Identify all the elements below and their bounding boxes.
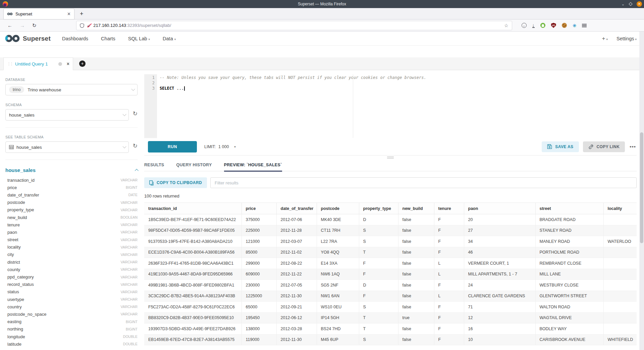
nav-charts[interactable]: Charts — [101, 36, 115, 41]
pocket-icon[interactable]: ⌄ — [522, 23, 527, 28]
column-list-item: new_build BOOLEAN — [5, 214, 138, 221]
window-menu-chevron-icon[interactable]: ⌄ — [622, 2, 625, 6]
new-tab-icon[interactable]: + — [80, 10, 84, 17]
column-name: new_build — [7, 215, 27, 220]
column-header[interactable]: tenure — [434, 203, 464, 214]
copy-to-clipboard-button[interactable]: COPY TO CLIPBOARD — [144, 177, 207, 188]
column-type: VARCHAR — [120, 312, 138, 316]
nav-data[interactable]: Data▾ — [163, 36, 176, 41]
cell-paon: 20 — [464, 214, 535, 225]
drag-handle-icon[interactable]: ⋮⋮ — [7, 62, 12, 66]
refresh-table-icon[interactable]: ↻ — [133, 142, 138, 149]
nav-dashboards[interactable]: Dashboards — [62, 36, 88, 41]
download-icon[interactable]: ↓ — [532, 23, 535, 28]
column-type: VARCHAR — [120, 223, 138, 227]
extension-cookie-icon[interactable] — [562, 23, 567, 28]
column-header[interactable]: street — [535, 203, 603, 214]
cell-street: MILL LANE — [535, 269, 603, 280]
back-icon[interactable]: ← — [7, 23, 12, 29]
refresh-schema-icon[interactable]: ↻ — [133, 110, 138, 117]
tracking-shield-icon[interactable] — [80, 23, 84, 28]
table-schema-label: SEE TABLE SCHEMA — [5, 135, 138, 139]
limit-dropdown[interactable]: LIMIT:1 000 ▾ — [204, 144, 236, 149]
cell-new-build: false — [398, 214, 434, 225]
table-row[interactable]: 419E1030-9A55-4467-8DA9-9FED95D65966 609… — [144, 269, 637, 280]
extension-ghostery-icon[interactable] — [540, 23, 545, 28]
table-row[interactable]: 2636F323-FF41-4765-81DB-98CAA6A43BC1 299… — [144, 258, 637, 269]
url-bar[interactable]: 🔓︎ 217.160.120.143:32393/superset/sqllab… — [76, 21, 512, 30]
sql-editor-pane: 123 -- Note: Unless you save your query,… — [144, 70, 644, 350]
column-header[interactable]: property_type — [359, 203, 398, 214]
table-row[interactable]: 193907D3-5DBD-453D-A49E-9FEE27DAB926 138… — [144, 323, 637, 335]
tab-results[interactable]: RESULTS — [144, 159, 164, 171]
cell-paon: 16 — [464, 323, 535, 335]
column-header[interactable]: postcode — [317, 203, 359, 214]
column-name: longitude — [7, 334, 25, 339]
sql-comment-line: -- Note: Unless you save your query, the… — [160, 75, 637, 80]
table-select[interactable]: house_sales — [5, 141, 129, 153]
browser-titlebar: Superset — Mozilla Firefox ⌄ ✕ — [0, 0, 644, 8]
filter-results-input[interactable] — [210, 177, 637, 188]
browser-tab[interactable]: Superset ✕ — [3, 8, 74, 19]
column-type: DATE — [128, 193, 138, 197]
extension-asterisk-icon[interactable]: ✳ — [573, 23, 577, 28]
tab-query-history[interactable]: QUERY HISTORY — [176, 159, 212, 171]
cell-locality — [603, 312, 637, 323]
column-type: VARCHAR — [120, 297, 138, 301]
save-as-button[interactable]: SAVE AS — [542, 141, 579, 152]
column-header[interactable]: date_of_transfer — [276, 203, 317, 214]
query-tab[interactable]: ⋮⋮ Untitled Query 1 × — [3, 57, 73, 70]
database-select[interactable]: trino Trino warehouse — [5, 84, 138, 95]
schema-select[interactable]: house_sales — [5, 109, 129, 121]
maximize-icon[interactable] — [629, 2, 632, 6]
column-header[interactable]: transaction_id — [144, 203, 241, 214]
table-row[interactable]: ECE1D376-C9A6-4C00-B004-A380B189FA56 850… — [144, 247, 637, 258]
add-query-tab-icon[interactable]: + — [79, 60, 86, 67]
close-query-tab-icon[interactable]: × — [67, 61, 69, 67]
table-row[interactable]: EB1459EB-67ED-47C8-B2E7-A38143AB5575 119… — [144, 334, 637, 345]
table-row[interactable]: 499B1981-3B6B-4BCD-808F-9FED9802BFA1 230… — [144, 280, 637, 291]
column-header[interactable]: paon — [464, 203, 535, 214]
menu-icon[interactable] — [582, 24, 587, 27]
column-header[interactable]: locality — [603, 203, 637, 214]
cell-new-build: false — [398, 291, 434, 302]
cell-new-build: false — [398, 236, 434, 247]
forward-icon[interactable]: → — [20, 23, 25, 29]
table-row[interactable]: 3C3C29DC-B7B2-4BE5-914A-A38123AF403B 122… — [144, 291, 637, 302]
settings-menu[interactable]: Settings▾ — [616, 36, 637, 41]
reload-icon[interactable]: ↻ — [32, 23, 37, 29]
cell-street: WESTBURY CLOSE — [535, 280, 603, 291]
table-row[interactable]: 91370533-19F5-47FE-B142-A380A8ADA210 121… — [144, 236, 637, 247]
tab-preview-house-sales[interactable]: PREVIEW: `HOUSE_SALES` — [224, 159, 282, 171]
nav-sql-lab[interactable]: SQL Lab▾ — [128, 36, 150, 41]
column-name: date_of_transfer — [7, 192, 39, 198]
add-new-button[interactable]: +▾ — [602, 35, 608, 42]
column-name: postcode_no_space — [7, 312, 46, 317]
cell-locality — [603, 323, 637, 335]
bookmark-star-icon[interactable]: ☆ — [504, 23, 508, 28]
table-row[interactable]: BB8320C9-D82B-4B37-90E0-9FEE05095E10 195… — [144, 312, 637, 323]
tab-close-icon[interactable]: ✕ — [67, 11, 71, 16]
sql-editor[interactable]: 123 -- Note: Unless you save your query,… — [144, 74, 637, 138]
run-button[interactable]: RUN — [148, 141, 197, 152]
table-row[interactable]: F5C273AC-0D2A-458F-8279-9C61F0C22EC6 650… — [144, 302, 637, 313]
superset-logo[interactable]: Superset — [5, 35, 51, 42]
column-type: VARCHAR — [120, 260, 138, 264]
close-window-icon[interactable]: ✕ — [637, 1, 642, 7]
column-header[interactable]: price — [241, 203, 276, 214]
extension-ublock-icon[interactable]: UO — [551, 23, 556, 28]
cell-property-type: F — [359, 291, 398, 302]
more-options-icon[interactable]: ••• — [630, 144, 636, 149]
collapse-icon[interactable] — [135, 169, 139, 172]
column-list-item: ppd_category VARCHAR — [5, 273, 138, 280]
firefox-window: Superset — Mozilla Firefox ⌄ ✕ Superset … — [0, 0, 644, 350]
scrollbar-thumb[interactable] — [640, 132, 643, 243]
copy-link-button[interactable]: COPY LINK — [583, 141, 625, 152]
line-number: 1 — [144, 75, 155, 80]
cell-locality — [603, 280, 637, 291]
table-row[interactable]: 1B5C39ED-BE7F-41EF-9E71-9C60EED74A22 375… — [144, 214, 637, 225]
insecure-lock-icon[interactable]: 🔓︎ — [88, 23, 90, 28]
column-header[interactable]: new_build — [398, 203, 434, 214]
page-scrollbar[interactable] — [639, 32, 644, 350]
table-row[interactable]: 98F5DC47-0D05-4D59-95B7-98CA6F1FDE05 225… — [144, 225, 637, 236]
